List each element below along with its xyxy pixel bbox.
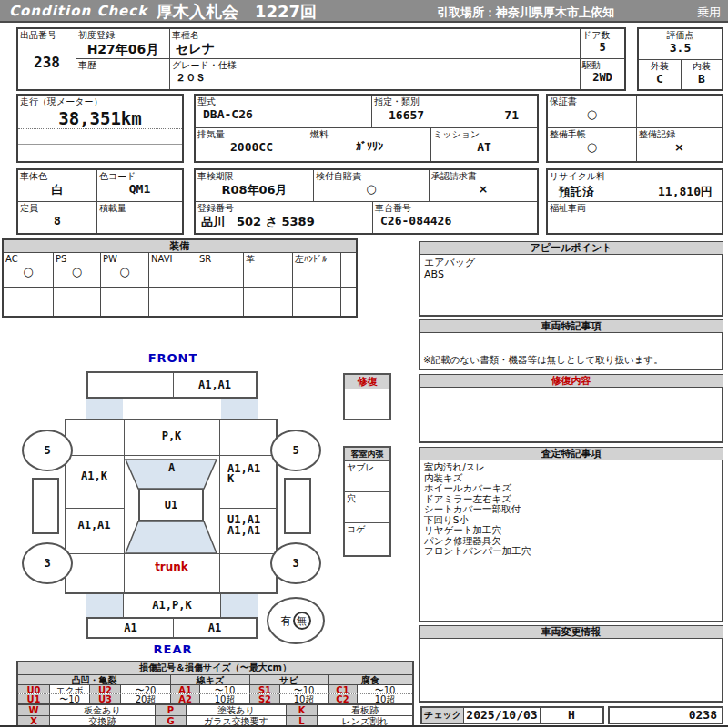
fuel-value: ｶﾞｿﾘﾝ bbox=[308, 140, 430, 153]
pickup-location: 引取場所：神奈川県厚木市上依知 bbox=[437, 5, 614, 21]
header-bar: Condition Check 厚木入札会 1227回 引取場所：神奈川県厚木市… bbox=[0, 0, 728, 23]
inspection-label: 車検期限 bbox=[196, 170, 313, 182]
windshield-code: A bbox=[124, 461, 219, 474]
car-diagram: FRONT A1,A1 P,K A A1,K A1,A1 K U1 A1,A1 … bbox=[0, 346, 419, 664]
roof-code: U1 bbox=[140, 490, 202, 520]
repair-content bbox=[419, 388, 723, 443]
displacement-value: 2000CC bbox=[196, 140, 308, 154]
model-cell: 車種名 セレナ グレード・仕様 ２０Ｓ bbox=[170, 29, 581, 89]
trunk-label: trunk bbox=[124, 561, 219, 573]
registration-cell: 初度登録 H27年06月 車歴 bbox=[76, 29, 170, 89]
body-divider-h1 bbox=[65, 455, 278, 456]
recycle-box: リサイクル料 預託済 11,810円 福祉車両 bbox=[546, 168, 723, 235]
change-info-content bbox=[419, 639, 723, 703]
wheel-front-left: 5 bbox=[22, 430, 73, 471]
divider-dotted bbox=[18, 128, 182, 129]
equipment-cell: SR bbox=[197, 253, 244, 287]
doors-value: 5 bbox=[581, 41, 624, 54]
legend-groups: 凸凹・亀裂 線キズ サビ 腐食 bbox=[18, 674, 412, 684]
special-notes-content: ※記載のない書類・機器等は無しとして取り扱います。 bbox=[419, 333, 723, 370]
check-box: チェック 2025/10/03 H bbox=[420, 706, 604, 724]
equipment-table: 装備 AC○ PS○ PW○ NAVI SR 革 左ﾊﾝﾄﾞﾙ bbox=[2, 238, 358, 318]
rear-bumper-right: A1 bbox=[174, 619, 256, 637]
interior-grade-value: B bbox=[682, 72, 722, 86]
doors-label: ドア数 bbox=[581, 29, 624, 41]
front-bumper-left bbox=[88, 373, 174, 397]
sheet-number-box: 0238 bbox=[608, 706, 723, 724]
appeal-title: アピールポイント bbox=[419, 241, 723, 255]
inspection-value: R08年06月 bbox=[196, 182, 313, 198]
roof-panel: U1 bbox=[138, 489, 204, 521]
legend-title: 損傷記号＆損傷サイズ（〜最大cm） bbox=[18, 662, 412, 674]
first-reg-label: 初度登録 bbox=[76, 29, 169, 41]
hood-code: P,K bbox=[124, 430, 219, 442]
repair-title: 修復内容 bbox=[419, 374, 723, 388]
score-box: 評価点 3.5 外装 C 内装 B bbox=[637, 27, 723, 91]
rear-corner-right bbox=[221, 594, 258, 617]
doors-drive-cell: ドア数 5 駆動 2WD bbox=[581, 29, 624, 89]
change-info-title: 車両変更情報 bbox=[419, 625, 723, 639]
equipment-cell: 左ﾊﾝﾄﾞﾙ bbox=[293, 253, 341, 287]
warranty-value: ○ bbox=[548, 107, 636, 121]
rear-label: REAR bbox=[136, 642, 209, 656]
warranty-label: 保証書 bbox=[548, 96, 636, 107]
assessment-line: リヤゲート加工穴 bbox=[424, 525, 718, 536]
side-rail-left bbox=[32, 478, 59, 534]
color-code-label: 色コード bbox=[97, 170, 182, 182]
model-code-label: 型式 bbox=[196, 96, 371, 107]
first-reg-value: H27年06月 bbox=[76, 42, 169, 58]
special-notes-title: 車両特記事項 bbox=[419, 319, 723, 333]
front-label: FRONT bbox=[136, 351, 209, 365]
equipment-cell-empty bbox=[341, 253, 356, 287]
welfare-label: 福祉車両 bbox=[548, 202, 722, 214]
appeal-line: エアバッグ bbox=[424, 257, 718, 268]
interior-row-hole: 穴 bbox=[345, 492, 389, 523]
front-bumper-right: A1,A1 bbox=[174, 373, 256, 397]
page-bottom-rule bbox=[0, 725, 728, 727]
capacity-value: 8 bbox=[18, 214, 96, 228]
inspection-box: 車検期限 R08年06月 検付自賠責 ○ 承認請求書 × 登録番号 品川 502… bbox=[194, 168, 539, 235]
color-code-value: QM1 bbox=[97, 182, 182, 196]
grade-value: ２０Ｓ bbox=[170, 71, 580, 85]
mini-repair-box: 修復 bbox=[343, 373, 391, 420]
interior-box: 客室内張 ヤブレ 穴 コゲ bbox=[343, 446, 391, 557]
drive-value: 2WD bbox=[581, 71, 624, 84]
appeal-line: ABS bbox=[424, 268, 718, 280]
engine-box: 型式 DBA-C26 指定・類別 16657 71 排気量 2000CC 燃料 … bbox=[194, 94, 539, 163]
reg-no-value: 品川 502 さ 5389 bbox=[196, 214, 372, 230]
assessment-line: シートカバー一部取付 bbox=[424, 504, 718, 515]
front-corner-right bbox=[221, 399, 258, 419]
history-label: 車歴 bbox=[76, 59, 169, 71]
approval-value: × bbox=[430, 182, 537, 196]
divider-solid bbox=[18, 144, 182, 145]
door-front-left-code: A1,K bbox=[65, 470, 124, 482]
assessment-content: 室内汚れ/スレ 内装キズ ホイールカバーキズ ドアミラー左右キズ シートカバー一… bbox=[419, 460, 723, 622]
lot-number-value: 238 bbox=[18, 54, 76, 71]
score-value: 3.5 bbox=[639, 41, 722, 55]
side-rail-right bbox=[284, 478, 311, 534]
rear-corner-left bbox=[86, 594, 123, 617]
legend-bottom-table: W 板金あり P 塗装あり K 看板跡 X 交換跡 G ガラス交換要す L レン… bbox=[16, 703, 414, 727]
mini-repair-title: 修復 bbox=[345, 375, 389, 389]
interior-row-tear: ヤブレ bbox=[345, 461, 389, 492]
body-color-label: 車体色 bbox=[18, 170, 96, 182]
equipment-title: 装備 bbox=[4, 240, 356, 253]
vehicle-id-box: 出品番号 238 初度登録 H27年06月 車歴 車種名 セレナ グレード・仕様… bbox=[16, 27, 626, 91]
recycle-status: 預託済 bbox=[559, 184, 594, 200]
recycle-fee: 11,810円 bbox=[658, 184, 713, 200]
chassis-value: C26-084426 bbox=[373, 214, 537, 228]
insurance-value: ○ bbox=[314, 182, 429, 196]
legend-bottom-row: W 板金あり P 塗装あり K 看板跡 bbox=[18, 705, 412, 715]
equipment-cell: NAVI bbox=[149, 253, 197, 287]
chassis-label: 車台番号 bbox=[373, 202, 537, 214]
recycle-label: リサイクル料 bbox=[548, 170, 722, 182]
spare-has-label: 有 bbox=[281, 613, 292, 629]
rear-panel-cell: A1,P,K bbox=[123, 594, 221, 617]
mileage-value: 38,351km bbox=[18, 108, 182, 128]
check-label: チェック bbox=[422, 708, 464, 723]
vehicle-category: 乗用 bbox=[697, 5, 721, 21]
spare-tire-mark: 有 無 bbox=[267, 597, 325, 644]
exterior-grade-value: C bbox=[639, 72, 681, 86]
mission-value: AT bbox=[431, 140, 537, 154]
fuel-label: 燃料 bbox=[308, 128, 430, 140]
